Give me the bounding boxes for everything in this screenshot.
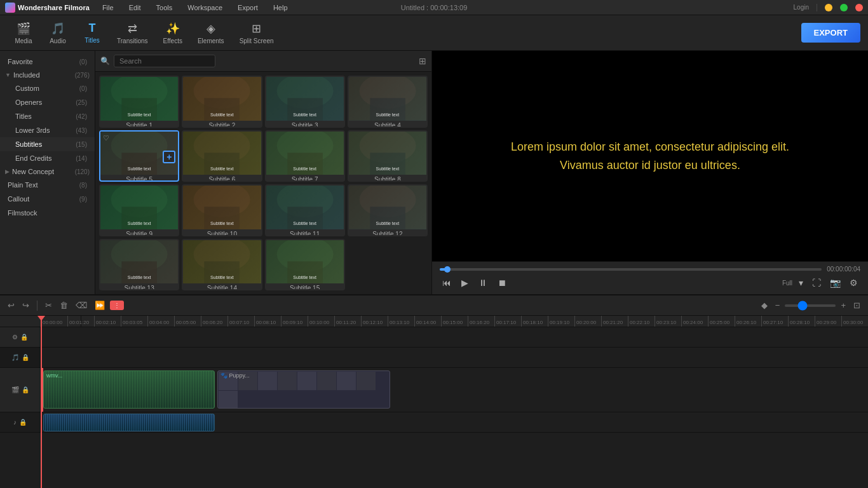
sidebar-item-favorite[interactable]: Favorite (0) bbox=[0, 55, 95, 69]
tile-thumb-bg-6: Subtitle text bbox=[183, 132, 261, 175]
preview-text: Lorem ipsum dolor sit amet, consectetur … bbox=[498, 125, 802, 187]
timeline-zoom-out-btn[interactable]: − bbox=[773, 299, 783, 311]
toolbar-split-screen-btn[interactable]: ⊞ Split Screen bbox=[233, 18, 280, 48]
main-video-clip[interactable]: wmv... bbox=[43, 370, 215, 409]
track-audio2-lock-icon[interactable]: 🔒 bbox=[19, 419, 27, 426]
sidebar-custom-label: Custom bbox=[15, 85, 39, 92]
grid-view-btn[interactable]: ⊞ bbox=[419, 56, 426, 66]
menu-workspace[interactable]: Workspace bbox=[185, 3, 225, 13]
timeline-ruler: 00:00:0000:01:2000:02:1000:03:0500:04:00… bbox=[0, 316, 868, 327]
go-start-btn[interactable]: ⏮ bbox=[440, 276, 454, 289]
login-link[interactable]: Login bbox=[794, 4, 809, 11]
media-label: Media bbox=[15, 37, 32, 44]
stop-btn[interactable]: ⏹ bbox=[495, 276, 509, 289]
timeline-marker-btn[interactable]: ◆ bbox=[759, 299, 770, 311]
track-audio-lock-icon[interactable]: 🔒 bbox=[22, 354, 29, 361]
puppy-video-clip[interactable]: 🐾 Puppy... bbox=[217, 370, 390, 409]
puppy-clip-label: 🐾 Puppy... bbox=[220, 372, 250, 379]
snapshot-btn[interactable]: 📷 bbox=[827, 276, 843, 289]
tile-subtitle-9[interactable]: Subtitle textSubtitle 9 bbox=[99, 184, 179, 236]
svg-rect-5 bbox=[205, 98, 240, 120]
sidebar-item-openers[interactable]: Openers (25) bbox=[0, 95, 95, 109]
toolbar-titles-btn[interactable]: T Titles bbox=[76, 18, 108, 48]
tile-subtitle-14[interactable]: Subtitle textSubtitle 14 bbox=[182, 239, 262, 291]
toolbar-transitions-btn[interactable]: ⇄ Transitions bbox=[111, 18, 154, 48]
tile-add-btn-5[interactable]: + bbox=[163, 151, 175, 163]
tile-subtitle-4[interactable]: Subtitle textSubtitle 4 bbox=[348, 76, 428, 128]
tile-subtitle-2[interactable]: Subtitle textSubtitle 2 bbox=[182, 76, 262, 128]
export-button[interactable]: EXPORT bbox=[801, 23, 860, 43]
tile-subtitle-6[interactable]: Subtitle textSubtitle 6 bbox=[182, 130, 262, 182]
sidebar-item-lower3rds[interactable]: Lower 3rds (43) bbox=[0, 123, 95, 137]
tile-subtitle-7[interactable]: Subtitle textSubtitle 7 bbox=[265, 130, 345, 182]
timeline-split-btn[interactable]: ⋮ bbox=[110, 301, 124, 310]
sidebar-item-included[interactable]: ▼ Included (276) bbox=[0, 69, 95, 81]
settings-btn[interactable]: ⚙ bbox=[847, 276, 860, 289]
progress-bar[interactable] bbox=[440, 268, 822, 271]
toolbar-effects-btn[interactable]: ✨ Effects bbox=[157, 18, 189, 48]
sidebar-included-label: Included bbox=[13, 71, 40, 79]
zoom-dropdown-btn[interactable]: ▾ bbox=[796, 276, 806, 289]
pause-btn[interactable]: ⏸ bbox=[476, 276, 490, 289]
timeline-cut-btn[interactable]: ✂ bbox=[43, 299, 55, 311]
sidebar-item-end-credits[interactable]: End Credits (14) bbox=[0, 151, 95, 165]
search-bar: 🔍 ⊞ bbox=[95, 51, 431, 72]
menu-help[interactable]: Help bbox=[271, 3, 290, 13]
window-close-btn[interactable] bbox=[855, 4, 863, 11]
timeline-ripple-btn[interactable]: ⌫ bbox=[73, 299, 90, 311]
fullscreen-btn[interactable]: ⛶ bbox=[810, 276, 824, 289]
track-content-audio2[interactable] bbox=[41, 412, 868, 432]
toolbar-elements-btn[interactable]: ◈ Elements bbox=[191, 18, 231, 48]
tile-subtitle-8[interactable]: Subtitle textSubtitle 8 bbox=[348, 130, 428, 182]
tile-subtitle-11[interactable]: Subtitle textSubtitle 11 bbox=[265, 184, 345, 236]
search-input[interactable] bbox=[114, 55, 215, 67]
sidebar-item-filmstock[interactable]: Filmstock bbox=[0, 206, 95, 220]
menu-file[interactable]: File bbox=[100, 3, 116, 13]
sidebar-item-custom[interactable]: Custom (0) bbox=[0, 81, 95, 95]
toolbar-audio-btn[interactable]: 🎵 Audio bbox=[42, 18, 74, 48]
window-maximize-btn[interactable] bbox=[840, 4, 848, 11]
track-lock-icon[interactable]: 🔒 bbox=[20, 334, 28, 341]
tile-subtitle-12[interactable]: Subtitle textSubtitle 12 bbox=[348, 184, 428, 236]
track-content-main-video[interactable]: wmv... 🐾 Puppy... bbox=[41, 368, 868, 412]
sidebar-item-new-concept[interactable]: ▶ New Concept (120) bbox=[0, 165, 95, 178]
sidebar-item-subtitles[interactable]: Subtitles (15) bbox=[0, 137, 95, 151]
svg-rect-29 bbox=[205, 207, 240, 229]
track-content-empty[interactable] bbox=[41, 327, 868, 347]
timeline-delete-btn[interactable]: 🗑 bbox=[57, 299, 71, 311]
progress-thumb bbox=[444, 266, 451, 273]
tile-subtitle-13[interactable]: Subtitle textSubtitle 13 bbox=[99, 239, 179, 291]
svg-rect-26 bbox=[121, 207, 157, 229]
menu-edit[interactable]: Edit bbox=[126, 3, 144, 13]
ruler-mark-12: 00:12:10 bbox=[361, 316, 388, 327]
tile-heart-icon-5[interactable]: ♡ bbox=[103, 134, 109, 142]
frame-6 bbox=[317, 372, 336, 390]
sidebar-plain-text-label: Plain Text bbox=[8, 181, 38, 189]
track-video-lock-icon[interactable]: 🔒 bbox=[22, 386, 29, 393]
track-content-audio[interactable] bbox=[41, 348, 868, 367]
toolbar-media-btn[interactable]: 🎬 Media bbox=[8, 18, 39, 48]
tile-subtitle-15[interactable]: Subtitle textSubtitle 15 bbox=[265, 239, 345, 291]
track-settings-icon[interactable]: ⚙ bbox=[12, 334, 18, 341]
tile-text-overlay-13: Subtitle text bbox=[100, 275, 178, 280]
tile-subtitle-10[interactable]: Subtitle textSubtitle 10 bbox=[182, 184, 262, 236]
window-minimize-btn[interactable] bbox=[825, 4, 832, 11]
timeline-speed-btn[interactable]: ⏩ bbox=[92, 299, 107, 311]
sidebar-item-callout[interactable]: Callout (9) bbox=[0, 192, 95, 206]
play-btn[interactable]: ▶ bbox=[459, 276, 471, 289]
timeline-redo-btn[interactable]: ↪ bbox=[20, 299, 32, 311]
sidebar-item-titles[interactable]: Titles (42) bbox=[0, 109, 95, 123]
timeline-zoom-slider[interactable] bbox=[785, 304, 836, 307]
menu-tools[interactable]: Tools bbox=[154, 3, 175, 13]
tiles-grid: Subtitle textSubtitle 1 Subtitle textSub… bbox=[95, 72, 431, 294]
ruler-mark-3: 00:03:05 bbox=[121, 316, 147, 327]
tile-subtitle-1[interactable]: Subtitle textSubtitle 1 bbox=[99, 76, 179, 128]
timeline-undo-btn[interactable]: ↩ bbox=[5, 299, 17, 311]
menu-export[interactable]: Export bbox=[235, 3, 261, 13]
timeline-zoom-in-btn[interactable]: + bbox=[838, 299, 848, 311]
tile-subtitle-5[interactable]: Subtitle text♡+Subtitle 5 bbox=[99, 130, 179, 182]
timeline-fit-btn[interactable]: ⊡ bbox=[851, 299, 863, 311]
tile-subtitle-3[interactable]: Subtitle textSubtitle 3 bbox=[265, 76, 345, 128]
track-audio2-icon: ♪ bbox=[13, 419, 17, 426]
sidebar-item-plain-text[interactable]: Plain Text (8) bbox=[0, 178, 95, 192]
